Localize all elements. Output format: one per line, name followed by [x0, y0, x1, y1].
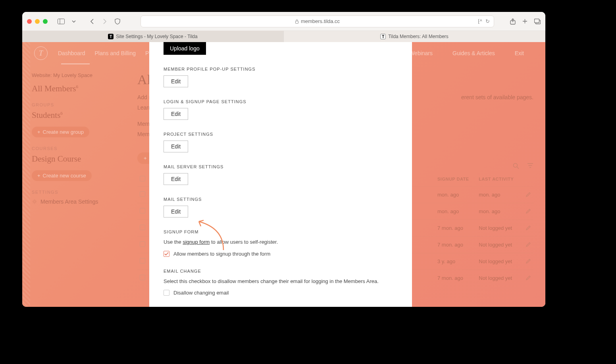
email-change-desc: Select this checkbox to disallow members… — [164, 277, 398, 285]
disallow-email-checkbox-row[interactable]: Disallow changing email — [164, 290, 398, 296]
edit-project-button[interactable]: Edit — [164, 141, 188, 152]
cell-signup: 7 mon. ago — [435, 270, 476, 286]
cell-signup: mon. ago — [435, 203, 476, 220]
allow-signup-checkbox-row[interactable]: Allow members to signup through the form — [164, 251, 398, 257]
section-mailserver: MAIL SERVER SETTINGS — [164, 164, 398, 169]
tab-label: Site Settings - My Lovely Space - Tilda — [116, 34, 197, 39]
signup-desc: Use the signup form to allow users to se… — [164, 238, 398, 246]
section-mail: MAIL SETTINGS — [164, 197, 398, 202]
signup-form-link[interactable]: signup form — [183, 239, 210, 245]
row-checkbox[interactable] — [140, 208, 145, 214]
cell-activity: Not logged yet — [476, 270, 522, 286]
window-controls — [27, 19, 48, 24]
create-group-button[interactable]: + Create new group — [32, 127, 89, 137]
nav-partial[interactable]: P — [145, 50, 149, 56]
edit-mailserver-button[interactable]: Edit — [164, 173, 188, 185]
back-button[interactable] — [87, 16, 98, 27]
nav-dashboard[interactable]: Dashboard — [58, 50, 85, 56]
sidebar-toggle-icon[interactable] — [56, 16, 67, 27]
sidebar-course[interactable]: Design Course — [32, 154, 108, 164]
search-icon[interactable] — [513, 163, 519, 169]
plus-icon: + — [144, 155, 147, 161]
create-course-button[interactable]: + Create new course — [32, 170, 92, 181]
tilda-logo-icon[interactable]: T — [34, 46, 48, 60]
favicon-icon: T — [108, 34, 114, 39]
forward-button[interactable] — [99, 16, 110, 27]
svg-point-7 — [514, 164, 518, 168]
browser-tab-0[interactable]: T Site Settings - My Lovely Space - Tild… — [22, 31, 284, 42]
edit-login-button[interactable]: Edit — [164, 108, 188, 120]
shield-icon[interactable] — [112, 16, 123, 27]
chevron-down-icon[interactable] — [68, 16, 79, 27]
tabs-overview-icon[interactable] — [534, 19, 541, 24]
plus-icon: + — [37, 173, 40, 179]
edit-popup-button[interactable]: Edit — [164, 75, 188, 87]
settings-modal: Upload logo MEMBER PROFILE POP-UP SETTIN… — [149, 42, 412, 307]
website-label: Website: My Lovely Space — [32, 72, 108, 78]
translate-icon[interactable]: ⁅ᴬ — [478, 18, 482, 24]
row-checkbox[interactable] — [140, 258, 145, 264]
pencil-icon[interactable] — [526, 275, 531, 281]
checkbox-checked-icon — [164, 251, 169, 257]
cell-signup: 7 mon. ago — [435, 220, 476, 236]
svg-rect-2 — [295, 21, 298, 23]
row-checkbox[interactable] — [140, 275, 145, 280]
nav-guides[interactable]: Guides & Articles — [452, 50, 495, 56]
maximize-window-button[interactable] — [43, 19, 48, 24]
reload-icon[interactable]: ↻ — [485, 18, 490, 24]
section-popup: MEMBER PROFILE POP-UP SETTINGS — [164, 67, 398, 71]
section-email-change: EMAIL CHANGE — [164, 269, 398, 273]
nav-plans[interactable]: Plans and Billing — [95, 50, 136, 56]
browser-tabbar: T Site Settings - My Lovely Space - Tild… — [22, 31, 545, 42]
section-project: PROJECT SETTINGS — [164, 132, 398, 137]
svg-line-8 — [517, 167, 519, 169]
svg-rect-5 — [535, 19, 539, 23]
svg-rect-0 — [58, 19, 65, 24]
tab-label: Tilda Members: All Members — [388, 34, 449, 39]
cell-activity: Not logged yet — [476, 236, 522, 253]
gear-icon — [32, 199, 37, 204]
col-signup: SIGNUP DATE — [435, 172, 476, 187]
pencil-icon[interactable] — [526, 242, 531, 247]
favicon-icon: T — [380, 34, 386, 39]
filter-icon[interactable] — [527, 163, 533, 169]
sidebar-section-courses: COURSES — [32, 146, 108, 151]
nav-exit[interactable]: Exit — [515, 50, 524, 56]
page-content: T Dashboard Plans and Billing P Center W… — [22, 42, 545, 307]
cell-activity: mon. ago — [476, 203, 522, 220]
section-login: LOGIN & SIGNUP PAGE SETTINGS — [164, 99, 398, 104]
row-checkbox[interactable] — [140, 241, 145, 247]
share-icon[interactable] — [510, 18, 516, 25]
pencil-icon[interactable] — [526, 225, 531, 231]
upload-logo-button[interactable]: Upload logo — [164, 42, 206, 55]
browser-window: members.tilda.cc ⁅ᴬ ↻ T Site Settings - … — [22, 12, 545, 307]
sidebar-members-settings[interactable]: Members Area Settings — [32, 198, 108, 205]
sidebar-section-settings: SETTINGS — [32, 190, 108, 195]
plus-icon: + — [37, 129, 40, 135]
sidebar: Website: My Lovely Space All Members6 GR… — [22, 64, 117, 307]
pencil-icon[interactable] — [526, 208, 531, 214]
section-signup-form: SIGNUP FORM — [164, 229, 398, 234]
sidebar-all-members[interactable]: All Members6 — [32, 84, 108, 94]
sidebar-group-students[interactable]: Students6 — [32, 110, 108, 120]
browser-toolbar: members.tilda.cc ⁅ᴬ ↻ — [22, 12, 545, 31]
svg-point-6 — [34, 201, 36, 203]
row-checkbox[interactable] — [140, 225, 145, 230]
col-activity: LAST ACTIVITY — [476, 172, 522, 187]
url-text: members.tilda.cc — [301, 18, 340, 24]
cell-signup: mon. ago — [435, 186, 476, 203]
url-bar[interactable]: members.tilda.cc ⁅ᴬ ↻ — [141, 15, 494, 27]
new-tab-icon[interactable] — [522, 18, 528, 24]
pencil-icon[interactable] — [526, 258, 531, 264]
sidebar-section-groups: GROUPS — [32, 102, 108, 107]
close-window-button[interactable] — [27, 19, 32, 24]
row-checkbox[interactable] — [140, 191, 145, 197]
cell-activity: Not logged yet — [476, 220, 522, 236]
select-all-checkbox[interactable] — [140, 176, 145, 181]
cell-signup: 3 y. ago — [435, 253, 476, 270]
browser-tab-1[interactable]: T Tilda Members: All Members — [284, 31, 545, 42]
minimize-window-button[interactable] — [35, 19, 40, 24]
edit-mail-button[interactable]: Edit — [164, 206, 188, 218]
pencil-icon[interactable] — [526, 192, 531, 197]
nav-webinars[interactable]: Webinars — [409, 50, 433, 56]
